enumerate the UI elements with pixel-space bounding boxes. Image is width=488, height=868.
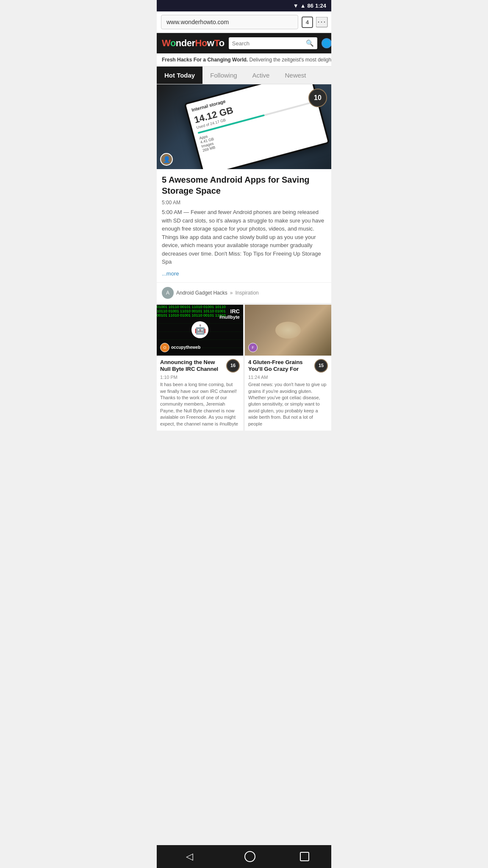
occupytheweb-badge: O occupytheweb xyxy=(160,343,200,352)
wifi-icon: ▼ xyxy=(293,3,299,9)
time-display: 1:24 xyxy=(315,3,326,9)
irc-title: IRC xyxy=(219,308,240,314)
tagline-bold: Fresh Hacks For a Changing World. xyxy=(162,57,248,63)
logo-letter-t: T xyxy=(214,38,219,48)
search-input[interactable] xyxy=(232,40,303,47)
globe-icon: 🌐 xyxy=(322,38,331,48)
tab-following[interactable]: Following xyxy=(202,67,244,84)
logo-letter-o3: o xyxy=(219,38,225,48)
article-author-avatar: 👤 xyxy=(160,153,173,166)
main-article-meta: A Android Gadget Hacks » Inspiration xyxy=(157,282,331,303)
search-button[interactable]: 🔍 xyxy=(306,39,314,47)
occupytheweb-avatar: O xyxy=(160,343,169,352)
main-article: Internal storage 14.12 GB Used of 24.17 … xyxy=(157,84,331,303)
food-author-avatar: F xyxy=(248,343,258,352)
irc-article-excerpt: It has been a long time coming, but we f… xyxy=(160,381,240,427)
author-avatar: A xyxy=(162,287,174,299)
battery-indicator: 86 xyxy=(308,3,313,9)
logo-letter-n: nder xyxy=(176,38,195,48)
tab-active[interactable]: Active xyxy=(245,67,277,84)
irc-label: IRC #nullbyte xyxy=(219,308,240,320)
food-score-badge: 15 xyxy=(314,359,328,373)
tabs-bar: Hot Today Following Active Newest xyxy=(157,67,331,84)
main-article-excerpt: 5:00 AM — Fewer and fewer Android phones… xyxy=(162,208,326,266)
article-score-badge: 10 xyxy=(308,89,327,107)
logo-letter-w: W xyxy=(162,38,170,48)
irc-score-badge: 16 xyxy=(226,359,240,373)
grid-articles: 01001 10110 00101 11010 01001 10110 1011… xyxy=(157,305,331,431)
tab-hot-today[interactable]: Hot Today xyxy=(157,67,202,84)
search-bar[interactable]: 🔍 xyxy=(229,37,317,49)
main-article-time: 5:00 AM xyxy=(162,200,326,206)
signal-icon: ▲ xyxy=(300,3,306,9)
article-category[interactable]: Inspiration xyxy=(235,290,258,296)
status-icons: ▼ ▲ 86 1:24 xyxy=(293,3,326,9)
logo-letter-o2: o xyxy=(202,38,207,48)
phone-mockup: Internal storage 14.12 GB Used of 24.17 … xyxy=(183,84,330,169)
grid-title-irc[interactable]: Announcing the New Null Byte IRC Channel… xyxy=(160,359,240,373)
main-article-image: Internal storage 14.12 GB Used of 24.17 … xyxy=(157,84,331,169)
worlds-button[interactable]: 🌐 Worlds ▾ xyxy=(322,38,331,48)
arrow-icon: » xyxy=(230,290,233,296)
browser-menu-button[interactable]: ⋮ xyxy=(316,17,328,28)
occupytheweb-name: occupytheweb xyxy=(171,345,200,350)
author-name[interactable]: Android Gadget Hacks xyxy=(176,290,227,296)
tagline-rest: Delivering the zeitgeist's most delightf… xyxy=(250,57,332,63)
tagline: Fresh Hacks For a Changing World. Delive… xyxy=(157,53,331,67)
grid-image-food: 🥄 F xyxy=(245,305,331,356)
url-bar[interactable] xyxy=(161,15,298,29)
phone-screen: Internal storage 14.12 GB Used of 24.17 … xyxy=(186,84,327,169)
tab-count[interactable]: 4 xyxy=(302,17,313,28)
grid-article-food: 🥄 F 4 Gluten-Free Grains You'll Go Crazy… xyxy=(245,305,331,431)
robot-head: 🤖 xyxy=(191,321,208,338)
site-header: WonderHowTo 🔍 🌐 Worlds ▾ xyxy=(157,33,331,53)
irc-robot-graphic: 🤖 xyxy=(191,321,208,339)
read-more-link[interactable]: ...more xyxy=(162,270,179,277)
irc-channel: #nullbyte xyxy=(219,314,240,320)
grid-content-irc: Announcing the New Null Byte IRC Channel… xyxy=(157,356,243,431)
logo-letter-h: H xyxy=(195,38,202,48)
main-article-title[interactable]: 5 Awesome Android Apps for Saving Storag… xyxy=(162,174,326,196)
tab-newest[interactable]: Newest xyxy=(277,67,313,84)
browser-bar: 4 ⋮ xyxy=(157,11,331,33)
grid-content-food: 4 Gluten-Free Grains You'll Go Crazy For… xyxy=(245,356,331,431)
logo-letter-o1: o xyxy=(170,38,176,48)
site-logo[interactable]: WonderHowTo xyxy=(162,38,225,49)
food-article-excerpt: Great news: you don't have to give up gr… xyxy=(248,381,328,427)
food-seeds-graphic xyxy=(275,322,301,339)
grid-image-irc: 01001 10110 00101 11010 01001 10110 1011… xyxy=(157,305,243,356)
status-bar: ▼ ▲ 86 1:24 xyxy=(157,0,331,11)
food-article-time: 11:24 AM xyxy=(248,375,328,380)
irc-article-time: 1:10 PM xyxy=(160,375,240,380)
grid-title-food[interactable]: 4 Gluten-Free Grains You'll Go Crazy For… xyxy=(248,359,328,373)
main-article-content: 5 Awesome Android Apps for Saving Storag… xyxy=(157,169,331,282)
grid-article-irc: 01001 10110 00101 11010 01001 10110 1011… xyxy=(157,305,243,431)
